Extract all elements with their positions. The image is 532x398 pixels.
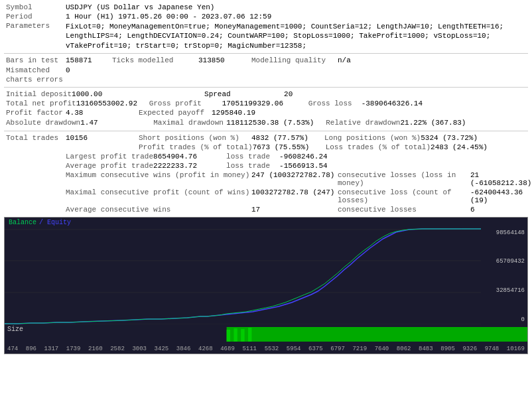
x-label-3: 1739 bbox=[66, 346, 81, 352]
short-label: Short positions (won %) bbox=[139, 134, 251, 142]
modelling-label: Modelling quality bbox=[251, 56, 338, 64]
period-value: 1 Hour (H1) 1971.05.26 00:00 - 2023.07.0… bbox=[66, 13, 271, 21]
ticks-value: 313850 bbox=[198, 56, 251, 64]
chart-body: 98564148 65709432 32854716 0 bbox=[5, 228, 527, 324]
symbol-row: Symbol USDJPY (US Dollar vs Japanese Yen… bbox=[4, 3, 528, 12]
gross-profit-label: Gross profit bbox=[149, 100, 222, 107]
x-label-18: 8062 bbox=[397, 346, 411, 352]
average-profit-value: 2222233.72 bbox=[153, 162, 226, 170]
long-value: 5324 (73.72%) bbox=[421, 134, 478, 142]
gross-profit-value: 17051199329.06 bbox=[222, 100, 308, 107]
bars-value: 158871 bbox=[66, 56, 112, 64]
mismatched-label: Mismatched charts errors bbox=[6, 66, 66, 85]
bars-label: Bars in test bbox=[6, 56, 66, 64]
gross-loss-label: Gross loss bbox=[308, 100, 362, 107]
x-label-20: 8905 bbox=[440, 346, 455, 352]
max-consec-losses-label: consecutive losses (loss in money) bbox=[338, 171, 470, 187]
svg-rect-9 bbox=[255, 327, 527, 342]
initial-deposit-label: Initial deposit bbox=[6, 90, 72, 98]
x-label-21: 9326 bbox=[462, 346, 477, 352]
spread-label: Spread bbox=[204, 90, 284, 98]
chart-equity-label: / Equity bbox=[39, 219, 71, 226]
x-label-1: 896 bbox=[26, 346, 36, 352]
max-consec-wins-value: 247 (1003272782.78) bbox=[251, 171, 338, 179]
long-label: Long positions (won %) bbox=[324, 134, 421, 142]
avg-consec-row: Average consecutive wins 17 consecutive … bbox=[4, 205, 528, 214]
symbol-value: USDJPY (US Dollar vs Japanese Yen) bbox=[66, 3, 214, 11]
x-label-22: 9748 bbox=[485, 346, 499, 352]
loss-trades-value: 2483 (24.45%) bbox=[431, 143, 488, 151]
modelling-value: n/a bbox=[338, 56, 351, 64]
chart-canvas bbox=[5, 228, 481, 324]
params-label: Parameters bbox=[6, 22, 66, 30]
x-label-19: 8483 bbox=[419, 346, 433, 352]
maximal-consec-profit-value: 1003272782.78 (247) bbox=[251, 188, 338, 196]
y-label-3: 32854716 bbox=[484, 287, 525, 294]
avg-consec-wins-value: 17 bbox=[251, 206, 338, 214]
average-profit-label: Average profit trade bbox=[66, 162, 153, 170]
mismatched-row: Mismatched charts errors 0 bbox=[4, 65, 528, 86]
chart-x-axis: 474 896 1317 1739 2160 2582 3003 3425 38… bbox=[5, 344, 527, 354]
symbol-label: Symbol bbox=[6, 3, 66, 11]
expected-payoff-label: Expected payoff bbox=[139, 109, 212, 117]
balance-chart-svg bbox=[5, 228, 481, 324]
expected-payoff-value: 1295840.19 bbox=[212, 109, 255, 117]
chart-area: Balance / Equity 98564148 bbox=[4, 217, 528, 354]
x-label-13: 5954 bbox=[287, 346, 301, 352]
x-label-2: 1317 bbox=[44, 346, 59, 352]
ticks-label: Ticks modelled bbox=[112, 56, 198, 64]
maximal-consec-profit-label: Maximal consecutive profit (count of win… bbox=[66, 188, 251, 196]
y-label-2: 65709432 bbox=[484, 258, 525, 265]
y-label-bottom: 0 bbox=[484, 316, 525, 323]
total-trades-label: Total trades bbox=[6, 134, 66, 142]
average-row: Average profit trade 2222233.72 loss tra… bbox=[4, 161, 528, 170]
x-label-15: 6797 bbox=[330, 346, 345, 352]
profit-trades-label: Profit trades (% of total) bbox=[139, 143, 253, 151]
profit-loss-trades-row: Profit trades (% of total) 7673 (75.55%)… bbox=[4, 143, 528, 152]
x-label-9: 4268 bbox=[198, 346, 213, 352]
x-label-0: 474 bbox=[7, 346, 18, 352]
x-label-17: 7640 bbox=[375, 346, 389, 352]
x-label-12: 5532 bbox=[265, 346, 279, 352]
relative-drawdown-label: Relative drawdown bbox=[326, 119, 400, 127]
svg-rect-6 bbox=[233, 328, 237, 342]
average-loss-label: loss trade bbox=[226, 162, 279, 170]
short-value: 4832 (77.57%) bbox=[251, 134, 324, 142]
net-profit-row: Total net profit 13160553002.92 Gross pr… bbox=[4, 99, 528, 108]
period-row: Period 1 Hour (H1) 1971.05.26 00:00 - 20… bbox=[4, 12, 528, 21]
params-value: FixLot=0; MoneyManagementOn=true; MoneyM… bbox=[66, 22, 526, 50]
svg-rect-7 bbox=[241, 329, 244, 342]
maximal-drawdown-label: Maximal drawdown bbox=[153, 119, 226, 127]
y-label-top: 98564148 bbox=[484, 230, 525, 236]
x-label-16: 7219 bbox=[352, 346, 367, 352]
avg-consec-losses-value: 6 bbox=[470, 206, 475, 214]
total-trades-value: 10156 bbox=[66, 134, 139, 142]
loss-trades-label: Loss trades (% of total) bbox=[326, 143, 431, 151]
profit-trades-value: 7673 (75.55%) bbox=[253, 143, 326, 151]
drawdown-row: Absolute drawdown 1.47 Maximal drawdown … bbox=[4, 117, 528, 128]
svg-rect-5 bbox=[227, 330, 230, 342]
bars-row: Bars in test 158871 Ticks modelled 31385… bbox=[4, 56, 528, 65]
period-label: Period bbox=[6, 13, 66, 21]
x-label-5: 2582 bbox=[110, 346, 125, 352]
report-container: Symbol USDJPY (US Dollar vs Japanese Yen… bbox=[0, 0, 532, 357]
x-label-10: 4689 bbox=[220, 346, 235, 352]
profit-factor-label: Profit factor bbox=[6, 109, 66, 117]
x-label-11: 5111 bbox=[242, 346, 257, 352]
initial-deposit-value: 1000.00 bbox=[72, 90, 204, 98]
mismatched-value: 0 bbox=[66, 66, 70, 74]
trades-row: Total trades 10156 Short positions (won … bbox=[4, 133, 528, 143]
profit-factor-row: Profit factor 4.38 Expected payoff 12958… bbox=[4, 108, 528, 117]
x-label-23: 10169 bbox=[507, 346, 525, 352]
gross-loss-value: -3890646326.14 bbox=[362, 100, 423, 107]
max-consec-wins-label: Maximum consecutive wins (profit in mone… bbox=[66, 171, 251, 179]
chart-balance-label: Balance bbox=[9, 219, 36, 226]
x-label-7: 3425 bbox=[155, 346, 169, 352]
size-chart-svg bbox=[5, 324, 527, 344]
chart-header: Balance / Equity bbox=[5, 218, 527, 228]
maximal-consec-loss-label: consecutive loss (count of losses) bbox=[338, 188, 470, 204]
absolute-drawdown-value: 1.47 bbox=[80, 119, 153, 127]
parameters-row: Parameters FixLot=0; MoneyManagementOn=t… bbox=[4, 21, 528, 51]
x-label-6: 3003 bbox=[132, 346, 147, 352]
total-net-value: 13160553002.92 bbox=[76, 100, 149, 107]
